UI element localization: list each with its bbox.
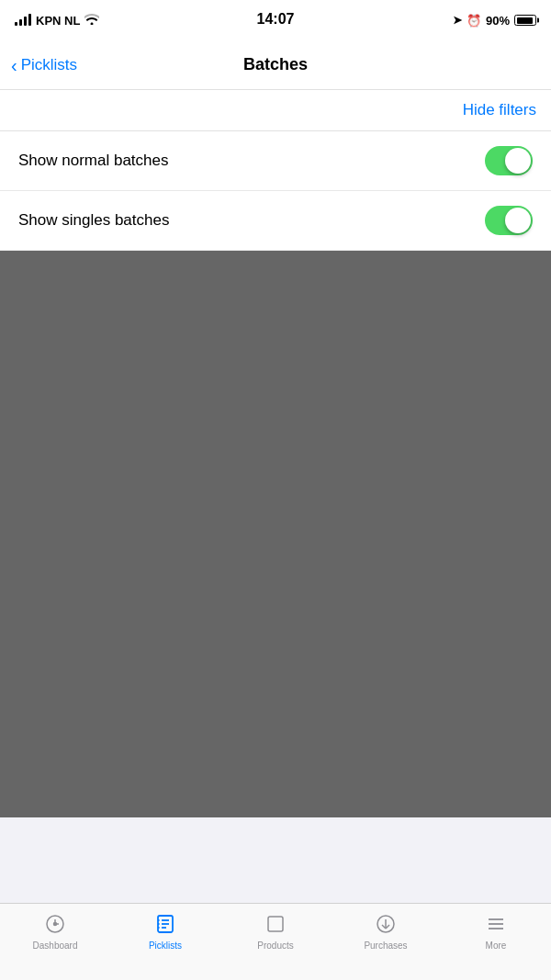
toggle-singles-batches[interactable]: [485, 206, 533, 235]
back-chevron-icon: ‹: [11, 56, 17, 74]
tab-picklists[interactable]: Picklists: [110, 911, 220, 951]
svg-rect-9: [268, 917, 283, 931]
more-icon: [483, 911, 509, 937]
content-area: [0, 251, 551, 817]
picklists-icon: [152, 911, 178, 937]
battery-percent: 90%: [486, 14, 510, 28]
signal-icon: [15, 15, 31, 26]
tab-more[interactable]: More: [441, 911, 551, 951]
filter-options: Show normal batches Show singles batches: [0, 131, 551, 251]
tab-picklists-label: Picklists: [149, 941, 182, 951]
filter-normal-label: Show normal batches: [18, 152, 168, 170]
filter-singles-label: Show singles batches: [18, 211, 169, 230]
dashboard-icon: [42, 911, 68, 937]
filter-row-singles: Show singles batches: [0, 191, 551, 251]
filter-row-normal: Show normal batches: [0, 131, 551, 191]
carrier-label: KPN NL: [36, 14, 80, 28]
tab-dashboard[interactable]: Dashboard: [0, 911, 110, 951]
toggle-singles-slider: [485, 206, 533, 235]
location-icon: ➤: [453, 14, 462, 27]
status-bar: KPN NL 14:07 ➤ ⏰ 90%: [0, 0, 551, 40]
products-icon: [263, 911, 288, 937]
back-label: Picklists: [21, 56, 77, 74]
wifi-icon: [84, 13, 99, 28]
hide-filters-button[interactable]: Hide filters: [463, 101, 536, 119]
battery-area: ➤ ⏰ 90%: [453, 14, 536, 28]
battery-icon: [514, 15, 536, 26]
tab-dashboard-label: Dashboard: [33, 941, 78, 951]
back-button[interactable]: ‹ Picklists: [11, 56, 77, 74]
page-title: Batches: [243, 55, 308, 74]
tab-products[interactable]: Products: [220, 911, 331, 951]
alarm-icon: ⏰: [467, 14, 481, 28]
toggle-normal-slider: [485, 146, 533, 175]
toggle-normal-batches[interactable]: [485, 146, 533, 175]
tab-bar: Dashboard Picklists Products: [0, 903, 551, 980]
filter-bar: Hide filters: [0, 90, 551, 131]
tab-products-label: Products: [257, 941, 293, 951]
tab-purchases[interactable]: Purchases: [331, 911, 441, 951]
carrier-signal: KPN NL: [15, 13, 99, 28]
time-display: 14:07: [257, 11, 295, 28]
nav-bar: ‹ Picklists Batches: [0, 40, 551, 90]
purchases-icon: [373, 911, 399, 937]
tab-purchases-label: Purchases: [364, 941, 407, 951]
svg-point-1: [54, 923, 57, 926]
tab-more-label: More: [486, 941, 507, 951]
